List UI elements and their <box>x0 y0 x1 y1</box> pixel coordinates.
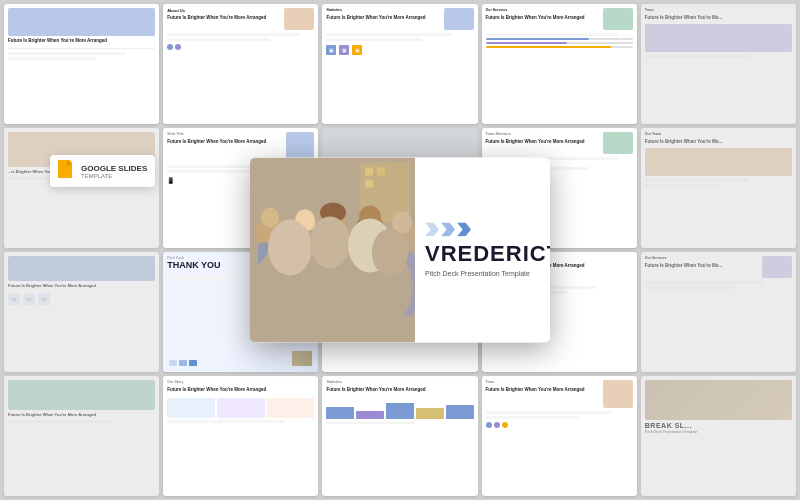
slide-thumb-20[interactable]: BREAK SL... Pitch Deck Presentation Temp… <box>641 376 796 496</box>
svg-point-13 <box>320 203 346 223</box>
svg-point-6 <box>261 208 279 228</box>
slide-thumb-18[interactable]: Statistics Future Is Brighter When You'r… <box>322 376 477 496</box>
featured-slide: VREDERICT Pitch Deck Presentation Templa… <box>250 158 550 343</box>
svg-rect-21 <box>300 278 370 323</box>
svg-point-9 <box>295 210 315 232</box>
slide-thumb-5[interactable]: Team Future Is Brighter When You're Mo..… <box>641 4 796 124</box>
chevron-2 <box>441 222 455 236</box>
svg-point-19 <box>392 212 412 234</box>
slide-thumb-11[interactable]: Future Is Brighter When You're More Arra… <box>4 252 159 372</box>
slide-thumb-19[interactable]: Team Future Is Brighter When You're More… <box>482 376 637 496</box>
slide-thumb-15[interactable]: Our Services Future Is Brighter When You… <box>641 252 796 372</box>
svg-point-15 <box>354 214 386 258</box>
featured-slide-content: VREDERICT Pitch Deck Presentation Templa… <box>415 158 550 343</box>
slide-thumb-1[interactable]: Future Is Brighter When You're More Arra… <box>4 4 159 124</box>
brand-name: VREDERICT <box>425 242 540 264</box>
svg-rect-22 <box>303 281 367 319</box>
slide-thumb-17[interactable]: Our Story Future Is Brighter When You're… <box>163 376 318 496</box>
svg-rect-2 <box>365 168 373 176</box>
slide-thumb-4[interactable]: Our Services Future Is Brighter When You… <box>482 4 637 124</box>
slide-thumb-2[interactable]: About Us Future Is Brighter When You're … <box>163 4 318 124</box>
google-slides-badge: GOOGLE SLIDES TEMPLATE <box>50 155 155 187</box>
svg-rect-1 <box>360 163 410 223</box>
featured-slide-image <box>250 158 415 343</box>
svg-rect-0 <box>250 158 415 343</box>
svg-point-18 <box>388 220 415 260</box>
svg-rect-23 <box>306 284 364 316</box>
slide-thumb-10[interactable]: Our Team Future Is Brighter When You're … <box>641 128 796 248</box>
svg-point-8 <box>290 218 320 258</box>
slide-thumb-6[interactable]: ...is Brighter When You're More Arranged <box>4 128 159 248</box>
slide-thumb-3[interactable]: Statistics Future Is Brighter When You'r… <box>322 4 477 124</box>
chevron-3 <box>457 222 471 236</box>
svg-rect-4 <box>365 180 373 188</box>
svg-rect-10 <box>292 250 318 315</box>
svg-point-16 <box>359 206 381 230</box>
svg-rect-14 <box>320 253 346 318</box>
svg-point-12 <box>321 208 345 236</box>
slide-thumb-16[interactable]: Future Is Brighter When You're More Arra… <box>4 376 159 496</box>
svg-point-5 <box>256 215 284 251</box>
svg-rect-20 <box>390 252 415 317</box>
chevron-1 <box>425 222 439 236</box>
brand-subtitle: Pitch Deck Presentation Template <box>425 268 540 277</box>
svg-point-11 <box>317 219 349 261</box>
google-slides-label: GOOGLE SLIDES TEMPLATE <box>81 164 147 179</box>
google-slides-icon <box>58 160 76 182</box>
svg-rect-7 <box>258 243 282 313</box>
svg-rect-17 <box>357 248 385 316</box>
chevron-group <box>425 222 540 236</box>
svg-rect-3 <box>377 168 385 176</box>
